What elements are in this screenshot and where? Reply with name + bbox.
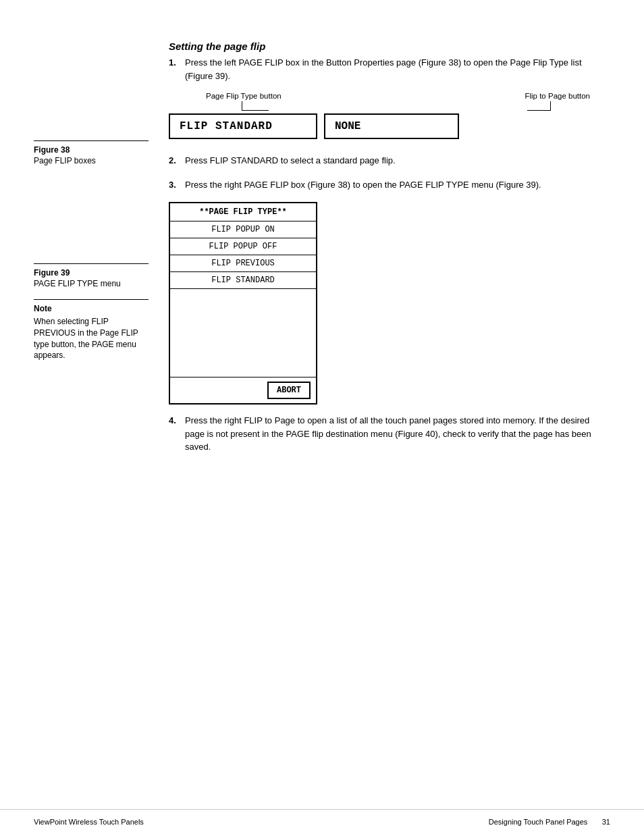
page-container: Figure 38 Page FLIP boxes Figure 39 PAGE… [0,0,644,834]
page-footer: ViewPoint Wireless Touch Panels Designin… [0,809,644,834]
figure-39-label: Figure 39 PAGE FLIP TYPE menu [34,263,149,288]
flip-menu-item-1[interactable]: FLIP POPUP OFF [170,238,316,255]
figure-39-diagram: **PAGE FLIP TYPE** FLIP POPUP ON FLIP PO… [169,202,603,405]
flip-box-left[interactable]: FLIP STANDARD [169,113,317,139]
figure-39-desc: PAGE FLIP TYPE menu [34,279,149,288]
content-area: Setting the page flip 1. Press the left … [162,41,644,768]
note-text: When selecting FLIP PREVIOUS in the Page… [34,316,149,361]
flip-menu-header: **PAGE FLIP TYPE** [170,203,316,221]
flip-labels-row: Page Flip Type button Flip to Page butto… [169,92,603,111]
footer-right: Designing Touch Panel Pages 31 [489,818,610,826]
flip-box-right[interactable]: NONE [324,113,459,139]
main-content: Figure 38 Page FLIP boxes Figure 39 PAGE… [0,0,644,809]
flip-abort-row: ABORT [170,377,316,403]
step-1: 1. Press the left PAGE FLIP box in the B… [169,56,603,82]
connector-left [242,101,269,111]
section-title: Setting the page flip [169,41,603,52]
flip-menu-item-2[interactable]: FLIP PREVIOUS [170,255,316,272]
flip-menu-item-3[interactable]: FLIP STANDARD [170,272,316,289]
note-title: Note [34,304,149,313]
figure-38-title: Figure 38 [34,145,149,155]
figure-39-title: Figure 39 [34,268,149,278]
step-4-text: Press the right FLIP to Page to open a l… [185,414,603,454]
sidebar: Figure 38 Page FLIP boxes Figure 39 PAGE… [0,41,162,768]
label-flip-to-page: Flip to Page button [525,92,590,100]
step-4: 4. Press the right FLIP to Page to open … [169,414,603,454]
note-block: Note When selecting FLIP PREVIOUS in the… [34,299,149,361]
step-1-text: Press the left PAGE FLIP box in the Butt… [185,56,603,82]
step-2: 2. Press FLIP STANDARD to select a stand… [169,154,603,167]
label-page-flip-type: Page Flip Type button [206,92,281,100]
footer-page: 31 [602,818,610,826]
flip-boxes-row: FLIP STANDARD NONE [169,113,603,139]
step-3-text: Press the right PAGE FLIP box (Figure 38… [185,178,541,192]
connector-right [527,101,551,111]
figure-38-diagram: Page Flip Type button Flip to Page butto… [169,92,603,139]
figure-38-desc: Page FLIP boxes [34,156,149,165]
flip-type-menu: **PAGE FLIP TYPE** FLIP POPUP ON FLIP PO… [169,202,317,405]
figure-38-label: Figure 38 Page FLIP boxes [34,140,149,165]
footer-left: ViewPoint Wireless Touch Panels [34,818,144,826]
abort-button[interactable]: ABORT [267,382,311,399]
flip-menu-item-0[interactable]: FLIP POPUP ON [170,221,316,238]
step-2-number: 2. [169,154,185,167]
footer-right-text: Designing Touch Panel Pages [489,818,588,826]
step-4-number: 4. [169,414,185,454]
flip-menu-body [170,289,316,377]
step-3-number: 3. [169,178,185,192]
step-2-text: Press FLIP STANDARD to select a standard… [185,154,396,167]
steps-list: 1. Press the left PAGE FLIP box in the B… [169,56,603,454]
step-1-number: 1. [169,56,185,82]
step-3: 3. Press the right PAGE FLIP box (Figure… [169,178,603,192]
